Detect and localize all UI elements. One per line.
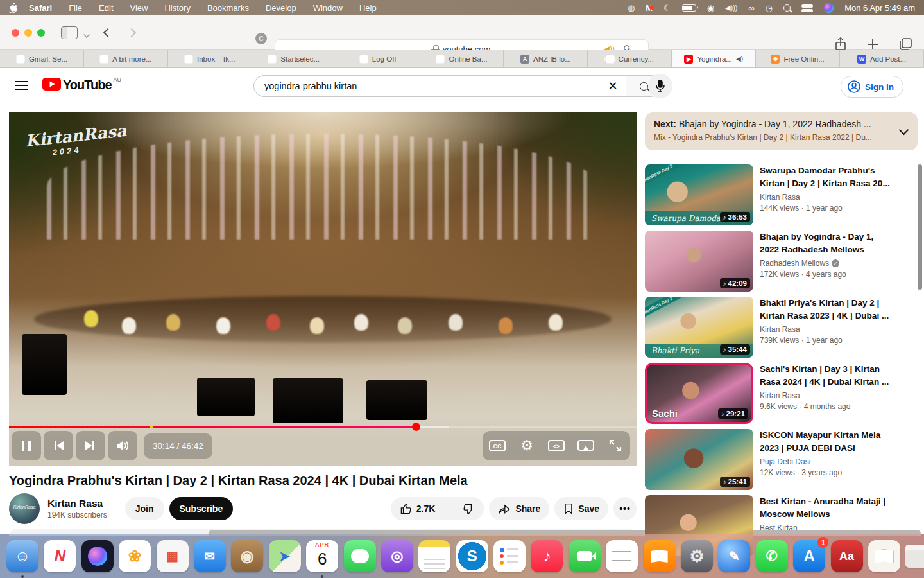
dock-app-icon[interactable]: ◉ [231, 540, 263, 572]
browser-tab[interactable]: A ANZ IB lo... ◀) [504, 50, 588, 67]
browser-tab[interactable]: G Gmail: Se... ◀) [0, 50, 84, 67]
video-thumbnail[interactable]: KirtanRasa Day 2 Bhakti Priya Bhakti Pri… [645, 297, 753, 358]
suggested-video-channel[interactable]: Kirtan Rasa [760, 391, 800, 400]
m-app-icon[interactable]: M [646, 4, 653, 12]
dock-app-icon[interactable] [418, 540, 450, 572]
dock-app-icon[interactable] [344, 540, 376, 572]
suggested-video-item[interactable]: KirtanRasa Day 2 Bhakti Priya Bhakti Pri… [645, 297, 918, 358]
menubar-menu-item[interactable]: Develop [266, 3, 296, 13]
browser-tab[interactable]: ✦ Online Ba... ◀) [420, 50, 504, 67]
dock-app-icon[interactable]: ◎ [381, 540, 413, 572]
play-on-tv-button[interactable] [571, 431, 601, 460]
like-button[interactable]: 2.7K [391, 497, 445, 520]
dock-app-icon[interactable] [493, 540, 526, 572]
play-circle-icon[interactable]: ◉ [707, 4, 714, 12]
suggested-video-channel[interactable]: Kirtan Rasa [760, 325, 800, 334]
dock-app-icon[interactable] [569, 540, 601, 572]
dock-app-icon[interactable]: Aa [831, 540, 863, 572]
menubar-menu-item[interactable]: View [130, 3, 148, 13]
spotlight-icon[interactable] [783, 4, 791, 12]
new-tab-icon[interactable] [866, 37, 879, 51]
suggested-video-title[interactable]: Sachi's Kirtan | Day 3 | Kirtan Rasa 202… [760, 363, 893, 388]
video-thumbnail[interactable]: ♪25:41 [645, 429, 753, 490]
dock-app-icon[interactable]: A 1 [793, 540, 825, 572]
minimize-window-button[interactable] [24, 29, 32, 37]
chevron-down-icon[interactable] [899, 125, 909, 136]
dock-app-icon[interactable]: APR 6 [306, 540, 338, 572]
suggested-video-channel[interactable]: Puja Debi Dasi [760, 457, 810, 466]
dock-app-icon[interactable] [905, 545, 924, 568]
dock-app-icon[interactable]: N [44, 540, 76, 572]
suggested-video-title[interactable]: Best Kirtan - Anuradha Mataji | Moscow M… [760, 495, 893, 520]
suggested-video-item[interactable]: KirtanRasa Day 2 Swarupa Damodar Swarupa… [645, 164, 918, 225]
header-more-menu[interactable] [819, 80, 821, 92]
video-thumbnail[interactable]: Sachi Sachi ♪29:21 [645, 363, 753, 424]
menubar-clock[interactable]: Mon 6 Apr 5:49 am [844, 3, 915, 13]
back-button[interactable] [103, 28, 112, 37]
suggested-video-item[interactable]: Sachi Sachi ♪29:21 Sachi's Kirtan | Day … [645, 363, 918, 424]
dock-app-icon[interactable]: ☺ [6, 540, 38, 572]
close-window-button[interactable] [12, 29, 19, 37]
browser-tab[interactable]: W Add Post... ◀) [840, 50, 924, 67]
dock-app-icon[interactable]: ❀ [119, 540, 151, 572]
share-button[interactable]: Share [489, 497, 549, 520]
search-input[interactable]: yogindra prabhu kirtan [253, 75, 600, 97]
browser-tab[interactable]: ◈ Startselec... ◀) [252, 50, 336, 67]
pause-button[interactable] [12, 431, 41, 460]
video-thumbnail[interactable]: KirtanRasa Day 2 Swarupa Damodar Swarupa… [645, 164, 753, 225]
page-scrollbar[interactable] [918, 164, 922, 290]
dock-app-icon[interactable]: ✆ [756, 540, 788, 572]
sidebar-dropdown-chevron-icon[interactable] [83, 31, 90, 38]
dock-app-icon[interactable]: ▦ [157, 540, 189, 572]
miniplayer-button[interactable]: <> [542, 431, 571, 460]
channel-avatar[interactable] [9, 493, 40, 524]
hamburger-menu-icon[interactable] [15, 81, 28, 90]
channel-name[interactable]: Kirtan Rasa [47, 498, 107, 509]
menubar-menu-item[interactable]: History [164, 3, 190, 13]
moon-icon[interactable]: ☾ [663, 4, 671, 12]
suggested-video-channel[interactable]: Kirtan Rasa [760, 193, 800, 202]
zoom-window-button[interactable] [37, 29, 45, 37]
next-autoplay-panel[interactable]: Next: Bhajan by Yogindra - Day 1, 2022 R… [645, 112, 918, 150]
menubar-menu-item[interactable]: Bookmarks [207, 3, 249, 13]
dock-app-icon[interactable]: ♪ [531, 540, 563, 572]
volume-icon[interactable]: ◀))) [725, 4, 737, 12]
menubar-menu-item[interactable]: Edit [99, 3, 113, 13]
link-icon[interactable]: ∞ [749, 4, 755, 12]
more-actions-button[interactable]: ••• [613, 497, 637, 520]
captions-button[interactable]: CC [483, 431, 512, 460]
fullscreen-button[interactable] [601, 431, 630, 460]
apple-menu-icon[interactable] [9, 3, 17, 13]
save-button[interactable]: Save [554, 497, 608, 520]
youtube-logo[interactable]: YouTube AU [42, 78, 121, 92]
voice-search-button[interactable] [648, 74, 672, 98]
browser-tab[interactable]: M A bit more... ◀) [84, 50, 168, 67]
privacy-shield-icon[interactable]: C [255, 33, 267, 44]
dock-app-icon[interactable] [81, 540, 114, 572]
search-clear-button[interactable]: ✕ [600, 75, 626, 97]
suggested-video-item[interactable]: ♪25:41 ISKCON Mayapur Kirtan Mela 2023 |… [645, 429, 918, 490]
sign-in-button[interactable]: Sign in [841, 76, 903, 98]
previous-button[interactable] [44, 431, 73, 460]
suggested-video-title[interactable]: Bhakti Priya's Kirtan | Day 2 | Kirtan R… [760, 297, 893, 322]
dislike-button[interactable] [454, 497, 484, 520]
tab-overview-icon[interactable] [898, 37, 912, 51]
progress-bar[interactable] [9, 426, 637, 428]
suggested-video-channel[interactable]: Best Kirtan [760, 523, 798, 532]
browser-tab[interactable]: ✹ Free Onlin... ◀) [756, 50, 840, 67]
suggested-video-item[interactable]: ♪42:09 Bhajan by Yogindra - Day 1, 2022 … [645, 231, 918, 292]
suggested-video-channel[interactable]: Radhadesh Mellows [760, 259, 829, 268]
menubar-menu-item[interactable]: Safari [29, 3, 52, 13]
playhead-handle[interactable] [412, 423, 420, 431]
browser-tab[interactable]: M Inbox – tk... ◀) [168, 50, 252, 67]
browser-tab[interactable]: OFX Currency... ◀) [588, 50, 672, 67]
dock-app-icon[interactable]: ⚙ [681, 540, 713, 572]
dock-app-icon[interactable] [644, 540, 676, 572]
next-button[interactable] [76, 431, 105, 460]
dock-app-icon[interactable] [868, 540, 900, 572]
suggested-video-title[interactable]: ISKCON Mayapur Kirtan Mela 2023 | PUJA D… [760, 429, 893, 454]
menubar-menu-item[interactable]: Help [359, 3, 377, 13]
forward-button[interactable] [127, 28, 136, 37]
dock-app-icon[interactable]: ✎ [718, 540, 750, 572]
settings-gear-button[interactable]: ⚙ [512, 431, 542, 460]
